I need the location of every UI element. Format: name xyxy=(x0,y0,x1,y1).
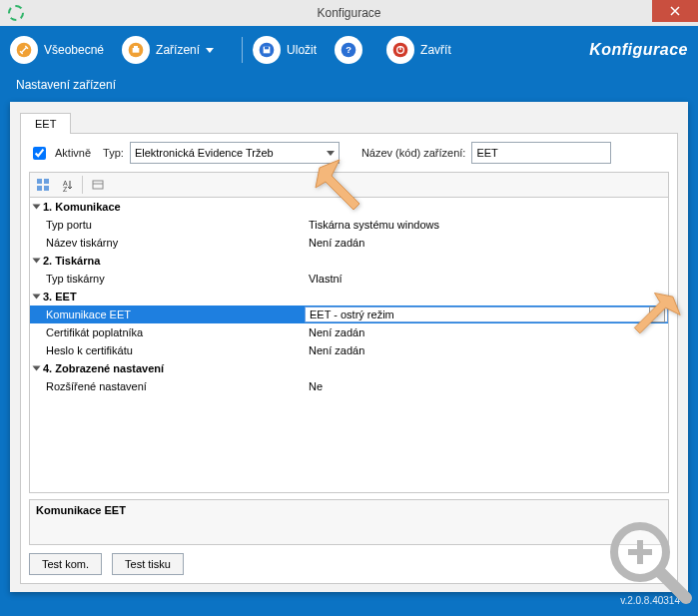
close-label: Zavřít xyxy=(420,43,451,57)
close-button[interactable]: Zavřít xyxy=(386,36,451,64)
svg-text:?: ? xyxy=(346,45,351,55)
grid-row[interactable]: Certifikát poplatníkaNení zadán xyxy=(30,323,668,341)
grid-row[interactable]: Typ portuTiskárna systému windows xyxy=(30,216,668,234)
svg-text:Z: Z xyxy=(63,186,68,192)
save-label: Uložit xyxy=(287,43,317,57)
type-label: Typ: xyxy=(103,147,124,159)
svg-rect-2 xyxy=(133,48,140,53)
grid-row[interactable]: Název tiskárnyNení zadán xyxy=(30,234,668,252)
sort-icon[interactable]: AZ xyxy=(56,175,78,195)
tab-eet[interactable]: EET xyxy=(20,113,71,134)
grid-row[interactable]: Komunikace EETEET - ostrý režim xyxy=(30,306,668,323)
close-window-button[interactable] xyxy=(652,0,698,22)
chevron-down-icon xyxy=(206,48,214,53)
svg-rect-12 xyxy=(37,179,42,184)
grid-toolbar: AZ xyxy=(29,172,669,198)
property-grid[interactable]: 1. KomunikaceTyp portuTiskárna systému w… xyxy=(29,198,669,493)
svg-rect-15 xyxy=(44,186,49,191)
page-subtitle: Nastavení zařízení xyxy=(0,74,698,102)
svg-rect-18 xyxy=(93,181,103,189)
grid-group-header[interactable]: 1. Komunikace xyxy=(30,198,668,216)
separator xyxy=(82,176,83,194)
app-icon xyxy=(8,5,24,21)
grid-group-header[interactable]: 2. Tiskárna xyxy=(30,252,668,270)
description-text: Komunikace EET xyxy=(36,504,126,516)
grid-group-header[interactable]: 4. Zobrazené nastavení xyxy=(30,359,668,377)
help-button[interactable]: ? xyxy=(335,36,368,64)
titlebar: Konfigurace xyxy=(0,0,698,26)
chevron-down-icon[interactable] xyxy=(649,307,665,322)
svg-rect-3 xyxy=(134,46,138,48)
svg-rect-14 xyxy=(37,186,42,191)
general-label: Všeobecné xyxy=(44,43,104,57)
window-title: Konfigurace xyxy=(317,6,380,20)
test-print-button[interactable]: Test tisku xyxy=(112,553,184,575)
grid-group-header[interactable]: 3. EET xyxy=(30,288,668,306)
config-panel: EET Aktivně Typ: Elektronická Evidence T… xyxy=(10,102,688,592)
active-label: Aktivně xyxy=(55,147,91,159)
properties-icon[interactable] xyxy=(87,175,109,195)
categorize-icon[interactable] xyxy=(32,175,54,195)
save-button[interactable]: Uložit xyxy=(253,36,317,64)
separator xyxy=(242,37,243,63)
svg-rect-6 xyxy=(265,47,269,50)
type-select[interactable]: Elektronická Evidence Tržeb xyxy=(130,142,340,164)
type-value: Elektronická Evidence Tržeb xyxy=(135,147,274,159)
description-box: Komunikace EET xyxy=(29,499,669,545)
active-checkbox[interactable] xyxy=(33,147,46,160)
name-label: Název (kód) zařízení: xyxy=(361,147,466,159)
device-name-input[interactable] xyxy=(471,142,611,164)
app-brand: Konfigurace xyxy=(589,41,688,59)
test-com-button[interactable]: Test kom. xyxy=(29,553,102,575)
grid-row[interactable]: Typ tiskárnyVlastní xyxy=(30,270,668,288)
chevron-down-icon xyxy=(327,151,335,156)
general-button[interactable]: Všeobecné xyxy=(10,36,104,64)
main-toolbar: Všeobecné Zařízení Uložit ? Zavřít Konfi… xyxy=(0,26,698,74)
device-button[interactable]: Zařízení xyxy=(122,36,214,64)
version-label: v.2.0.8.40314 xyxy=(10,592,688,606)
form-row: Aktivně Typ: Elektronická Evidence Tržeb… xyxy=(29,142,669,164)
device-label: Zařízení xyxy=(156,43,200,57)
svg-rect-13 xyxy=(44,179,49,184)
grid-row[interactable]: Rozšířené nastaveníNe xyxy=(30,377,668,395)
grid-row[interactable]: Heslo k certifikátuNení zadán xyxy=(30,341,668,359)
